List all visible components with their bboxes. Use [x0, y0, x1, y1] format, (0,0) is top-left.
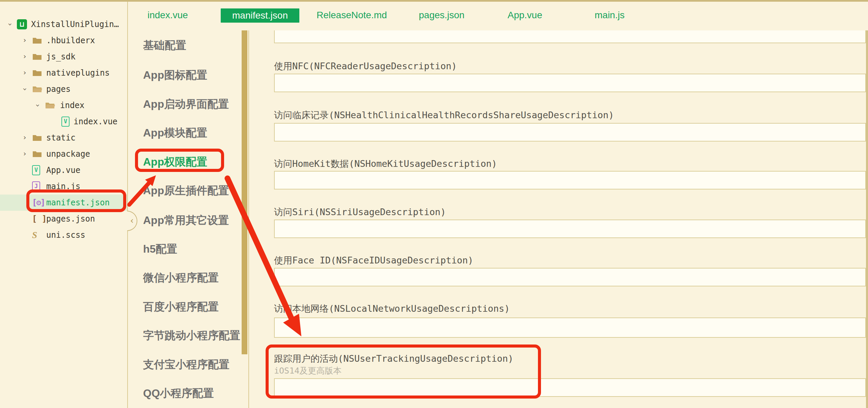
config-menu-item-9[interactable]: 百度小程序配置: [143, 299, 219, 315]
chevron-collapsed-icon[interactable]: ›: [21, 130, 28, 146]
field-label: 访问HomeKit数据(NSHomeKitUsageDescription): [274, 158, 497, 170]
chevron-collapsed-icon[interactable]: ›: [21, 32, 28, 49]
config-menu-item-0[interactable]: 基础配置: [143, 37, 186, 53]
config-menu-item-10[interactable]: 字节跳动小程序配置: [143, 327, 240, 343]
config-menu-item-5[interactable]: App原生插件配置: [143, 182, 229, 199]
permission-input-3[interactable]: [274, 171, 866, 189]
js-file-icon: J: [32, 181, 42, 192]
tree-item-uni-scss[interactable]: Suni.scss: [0, 227, 127, 243]
tree-item-app-vue[interactable]: VApp.vue: [0, 162, 127, 178]
folder-icon: [32, 52, 42, 62]
folder-icon: [32, 35, 42, 46]
permission-input-5[interactable]: [274, 268, 866, 286]
tree-item-label: main.js: [46, 178, 80, 195]
folder-icon: [32, 149, 42, 159]
editor-right-scrollbar[interactable]: [866, 30, 868, 408]
tree-item-nativeplugins[interactable]: ›nativeplugins: [0, 65, 127, 81]
config-menu-item-7[interactable]: h5配置: [143, 241, 177, 257]
field-sublabel: iOS14及更高版本: [274, 366, 342, 376]
permission-input-2[interactable]: [274, 123, 866, 142]
chevron-collapsed-icon[interactable]: ›: [21, 146, 28, 162]
tree-item-label: App.vue: [46, 162, 80, 178]
permission-input-7[interactable]: [274, 378, 866, 397]
config-panel-divider: [248, 30, 249, 408]
field-label: 访问Siri(NSSiriUsageDescription): [274, 206, 446, 218]
config-menu-scrollbar[interactable]: [242, 30, 247, 354]
chevron-expanded-icon[interactable]: ›: [17, 85, 33, 93]
config-menu-item-6[interactable]: App常用其它设置: [143, 212, 229, 228]
tree-item-label: pages: [46, 81, 71, 97]
uniapp-project-icon: ⊔: [17, 19, 27, 29]
config-menu-item-12[interactable]: QQ小程序配置: [143, 385, 214, 401]
tab-app-vue[interactable]: App.vue: [508, 8, 542, 22]
tree-item-xinstalluniplugin-[interactable]: ›⊔XinstallUniPlugin…: [0, 16, 127, 32]
sidebar-collapse-button[interactable]: ‹: [127, 211, 137, 231]
tree-item-label: index.vue: [74, 113, 117, 130]
tree-item-manifest-json[interactable]: [⚙]manifest.json: [0, 195, 127, 211]
tree-item-index-vue[interactable]: Vindex.vue: [0, 113, 127, 130]
chevron-collapsed-icon[interactable]: ›: [21, 65, 28, 81]
vue-file-icon: V: [61, 117, 72, 127]
tree-item-label: uni.scss: [46, 227, 85, 243]
field-label: 使用Face ID(NSFaceIDUsageDescription): [274, 255, 473, 266]
scss-file-icon: S: [32, 230, 42, 240]
tree-item-js_sdk[interactable]: ›js_sdk: [0, 49, 127, 65]
chevron-expanded-icon[interactable]: ›: [2, 21, 18, 28]
config-menu-item-2[interactable]: App启动界面配置: [143, 96, 229, 112]
tree-item-label: static: [46, 130, 76, 146]
permission-input-6[interactable]: [274, 317, 866, 338]
manifest-json-icon: [⚙]: [32, 198, 42, 208]
tab-releasenote-md[interactable]: ReleaseNote.md: [317, 8, 387, 22]
config-menu-item-11[interactable]: 支付宝小程序配置: [143, 356, 229, 373]
tree-item-unpackage[interactable]: ›unpackage: [0, 146, 127, 162]
field-label: 访问临床记录(NSHealthClinicalHealthRecordsShar…: [274, 109, 614, 121]
tree-item-label: index: [60, 97, 84, 113]
tree-item-label: nativeplugins: [46, 65, 110, 81]
tree-item-label: unpackage: [46, 146, 90, 162]
tree-item-label: XinstallUniPlugin…: [31, 16, 119, 32]
config-menu-item-1[interactable]: App图标配置: [143, 67, 207, 83]
tree-item-pages-json[interactable]: [ ]pages.json: [0, 211, 127, 227]
folder-icon: [32, 133, 42, 143]
field-label: 访问本地网络(NSLocalNetworkUsageDescriptions): [274, 303, 510, 314]
tree-item-label: manifest.json: [46, 195, 110, 211]
config-menu-item-4-active[interactable]: App权限配置: [143, 154, 207, 170]
tree-item-index[interactable]: ›index: [0, 97, 127, 113]
tree-item-label: .hbuilderx: [46, 32, 95, 49]
tab-main-js[interactable]: main.js: [595, 8, 625, 22]
hbuilderx-window: index.vuemanifest.jsonReleaseNote.mdpage…: [0, 0, 868, 408]
sidebar-divider: [127, 2, 128, 408]
tree-item-pages[interactable]: ›pages: [0, 81, 127, 97]
tree-item-label: js_sdk: [46, 49, 76, 65]
vue-file-icon: V: [32, 165, 42, 175]
tree-item-main-js[interactable]: Jmain.js: [0, 178, 127, 195]
json-brackets-icon: [ ]: [32, 214, 42, 224]
field-label: 使用NFC(NFCReaderUsageDescription): [274, 60, 457, 72]
config-menu-item-3[interactable]: App模块配置: [143, 125, 207, 141]
tree-item-label: pages.json: [46, 211, 95, 227]
config-menu-item-8[interactable]: 微信小程序配置: [143, 270, 219, 286]
permission-input-4[interactable]: [274, 220, 866, 238]
folder-open-icon: [32, 84, 42, 94]
chevron-collapsed-icon[interactable]: ›: [21, 49, 28, 65]
field-label: 跟踪用户的活动(NSUserTrackingUsageDescription): [274, 353, 513, 364]
folder-icon: [32, 68, 42, 78]
permission-input-1[interactable]: [274, 74, 866, 92]
tree-item-static[interactable]: ›static: [0, 130, 127, 146]
tree-item--hbuilderx[interactable]: ›.hbuilderx: [0, 32, 127, 49]
window-top-border: [0, 0, 868, 2]
chevron-expanded-icon[interactable]: ›: [29, 102, 46, 109]
permission-input-0[interactable]: [274, 30, 866, 43]
folder-open-icon: [45, 100, 55, 110]
tab-pages-json[interactable]: pages.json: [419, 8, 464, 22]
tab-manifest-json[interactable]: manifest.json: [221, 8, 299, 23]
tab-index-vue[interactable]: index.vue: [147, 8, 188, 22]
